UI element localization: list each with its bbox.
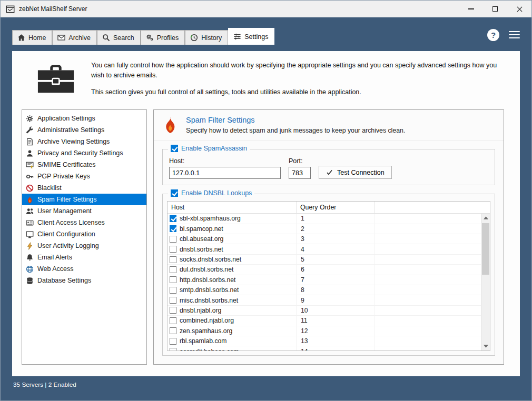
tabs: Home Archive Search Profiles [12, 28, 274, 45]
row-checkbox[interactable] [170, 327, 176, 334]
sidebar-item-email-alerts[interactable]: Email Alerts [22, 252, 146, 263]
sidebar-item-blacklist[interactable]: Blacklist [22, 182, 146, 194]
sidebar-item-label: Spam Filter Settings [37, 196, 97, 203]
enable-spamassassin-checkbox[interactable] [171, 145, 178, 152]
row-checkbox[interactable] [170, 297, 176, 304]
table-row[interactable]: dnsbl.sorbs.net 4 [168, 244, 490, 254]
vertical-scrollbar[interactable] [481, 214, 490, 350]
row-checkbox[interactable] [170, 215, 176, 222]
table-row[interactable]: smtp.dnsbl.sorbs.net 8 [168, 285, 490, 295]
sidebar-item-privacy-and-security-settings[interactable]: Privacy and Security Settings [22, 147, 146, 159]
table-row[interactable]: bl.spamcop.net 2 [168, 224, 490, 234]
sidebar-item-archive-viewing-settings[interactable]: Archive Viewing Settings [22, 136, 146, 147]
table-row[interactable]: zen.spamhaus.org 12 [168, 326, 490, 336]
test-connection-button[interactable]: Test Connection [319, 166, 392, 179]
row-query-order: 6 [297, 265, 375, 274]
column-header-host[interactable]: Host [168, 202, 297, 213]
app-chrome: Home Archive Search Profiles [1, 17, 531, 400]
close-button[interactable] [507, 1, 531, 17]
gear-icon [26, 115, 34, 123]
flame-icon [26, 196, 34, 204]
tab-history[interactable]: History [185, 30, 228, 45]
row-host: socks.dnsbl.sorbs.net [180, 256, 241, 263]
minimize-icon [468, 8, 474, 9]
row-checkbox[interactable] [170, 266, 176, 273]
toolbox-icon [36, 63, 75, 95]
table-row[interactable]: socks.dnsbl.sorbs.net 5 [168, 255, 490, 265]
sidebar-item-user-activity-logging[interactable]: User Activity Logging [22, 240, 146, 252]
sidebar-item-pgp-private-keys[interactable]: PGP Private Keys [22, 171, 146, 182]
row-query-order: 14 [297, 346, 375, 350]
table-row[interactable]: cbl.abuseat.org 3 [168, 234, 490, 244]
table-row[interactable]: rbl.spamlab.com 13 [168, 336, 490, 346]
table-row[interactable]: dnsbl.njabl.org 10 [168, 306, 490, 316]
tab-settings[interactable]: Settings [228, 28, 274, 45]
table-row[interactable]: misc.dnsbl.sorbs.net 9 [168, 295, 490, 305]
scrollbar-thumb[interactable] [482, 223, 489, 275]
tab-strip: Home Archive Search Profiles [12, 28, 520, 45]
row-checkbox[interactable] [170, 276, 176, 283]
row-checkbox[interactable] [170, 287, 176, 294]
settings-sidebar: Application Settings Administrative Sett… [22, 109, 147, 365]
settings-icon [233, 33, 241, 41]
sidebar-item-label: Client Access Licenses [37, 219, 105, 226]
table-row[interactable]: sbl-xbl.spamhaus.org 1 [168, 214, 490, 224]
row-query-order: 2 [297, 224, 375, 234]
minimize-button[interactable] [459, 1, 483, 17]
sidebar-item-label: S/MIME Certificates [37, 161, 95, 168]
sidebar-item-spam-filter-settings[interactable]: Spam Filter Settings [22, 194, 146, 205]
window-controls [459, 1, 531, 17]
sidebar-item-s-mime-certificates[interactable]: S/MIME Certificates [22, 159, 146, 171]
enable-dnsbl-checkbox[interactable] [171, 189, 178, 197]
sidebar-item-label: Administrative Settings [37, 126, 104, 134]
window-title: zebNet MailShelf Server [19, 5, 87, 13]
row-query-order: 5 [297, 255, 375, 264]
scroll-down-icon [484, 345, 488, 348]
tab-home[interactable]: Home [12, 30, 52, 45]
row-checkbox[interactable] [170, 307, 176, 314]
dnsbl-rows: sbl-xbl.spamhaus.org 1 bl.spamcop.net [168, 214, 490, 350]
history-icon [190, 34, 198, 42]
row-checkbox[interactable] [170, 256, 176, 263]
column-header-query-order[interactable]: Query Order [297, 202, 375, 213]
table-row[interactable]: http.dnsbl.sorbs.net 7 [168, 275, 490, 285]
profiles-icon [146, 34, 154, 42]
row-checkbox[interactable] [170, 225, 176, 232]
sidebar-item-label: Email Alerts [37, 254, 72, 261]
sidebar-item-application-settings[interactable]: Application Settings [22, 113, 146, 124]
host-input[interactable] [169, 167, 281, 179]
tab-profiles[interactable]: Profiles [141, 30, 185, 45]
table-row[interactable]: dul.dnsbl.sorbs.net 6 [168, 265, 490, 275]
host-label: Host: [169, 157, 281, 165]
intro-paragraph-2: This section gives you full control of a… [91, 87, 499, 97]
menu-button[interactable] [509, 30, 520, 40]
row-checkbox[interactable] [170, 348, 176, 350]
row-query-order: 3 [297, 234, 375, 244]
sidebar-item-user-management[interactable]: User Management [22, 205, 146, 217]
row-checkbox[interactable] [170, 338, 176, 345]
table-row[interactable]: accredit.habeas.com 14 [168, 346, 490, 350]
sidebar-item-database-settings[interactable]: Database Settings [22, 275, 146, 286]
row-host: smtp.dnsbl.sorbs.net [180, 286, 239, 294]
help-button[interactable]: ? [487, 29, 499, 41]
users-icon [26, 207, 34, 215]
port-input[interactable] [289, 167, 311, 179]
status-text: 35 Servers | 2 Enabled [13, 381, 76, 388]
row-query-order: 9 [297, 295, 375, 305]
tab-search[interactable]: Search [97, 30, 141, 45]
tab-archive[interactable]: Archive [52, 30, 97, 45]
row-checkbox[interactable] [170, 246, 176, 253]
table-row[interactable]: combined.njabl.org 11 [168, 316, 490, 326]
sidebar-item-client-access-licenses[interactable]: Client Access Licenses [22, 217, 146, 228]
sidebar-item-client-configuration[interactable]: Client Configuration [22, 228, 146, 240]
sidebar-item-label: User Management [37, 207, 92, 215]
row-host: dul.dnsbl.sorbs.net [180, 266, 233, 273]
row-checkbox[interactable] [170, 317, 176, 324]
tab-label: Profiles [157, 34, 179, 42]
row-checkbox[interactable] [170, 236, 176, 243]
sidebar-item-web-access[interactable]: Web Access [22, 263, 146, 275]
tab-label: Search [113, 34, 134, 42]
row-query-order: 7 [297, 275, 375, 285]
sidebar-item-administrative-settings[interactable]: Administrative Settings [22, 124, 146, 136]
maximize-button[interactable] [483, 1, 507, 17]
